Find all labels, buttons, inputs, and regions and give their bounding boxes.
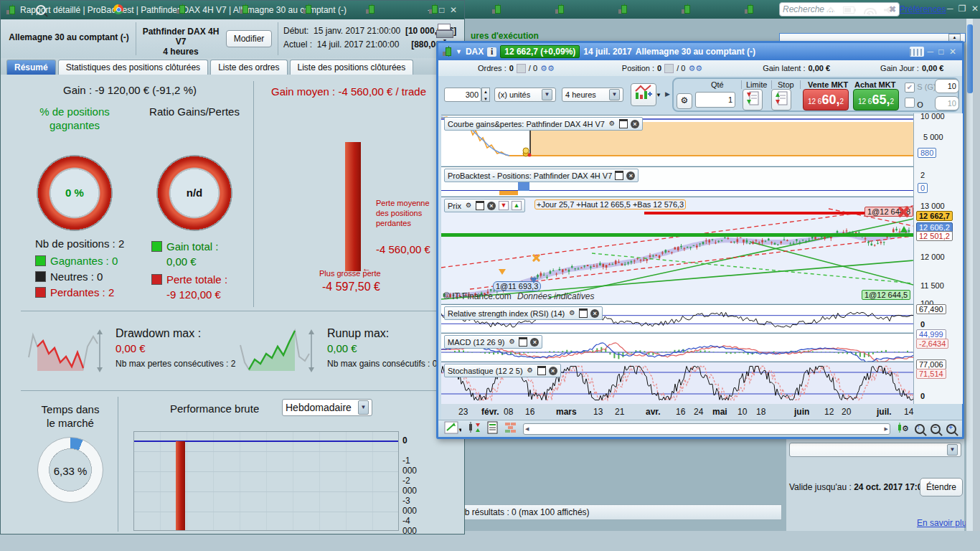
scroll-right-icon[interactable]: ▶ [885, 426, 888, 432]
sg-qty-input[interactable]: 10 [935, 79, 959, 93]
prix-panel-header[interactable]: Prix ⚙× ▼ ▲ [444, 199, 525, 212]
zoom-in-icon[interactable]: + [946, 424, 956, 434]
performance-bar [176, 441, 185, 530]
stop-order-button[interactable] [771, 89, 791, 110]
gain-jour-value: 0,00 € [922, 64, 944, 72]
draw-tool-icon[interactable]: ▼ [444, 421, 461, 436]
zoom-out-icon[interactable]: – [930, 424, 941, 434]
detach-window-icon[interactable] [519, 337, 527, 347]
wrench-icon[interactable]: ⚙ [567, 309, 576, 317]
gears-icon[interactable]: ⚙⚙ [688, 64, 702, 73]
entry-arrow-marker [530, 278, 537, 283]
nb-positions: Nb de positions : 2 [35, 237, 124, 250]
gears-icon[interactable]: ⚙⚙ [540, 64, 555, 73]
volume-bricks-icon[interactable] [504, 422, 517, 435]
wrench-icon[interactable]: ⚙ [464, 202, 473, 209]
modifier-button[interactable]: Modifier [226, 30, 272, 47]
keyboard-icon[interactable] [910, 47, 924, 57]
chevron-down-icon[interactable]: ▼ [456, 48, 462, 55]
detach-window-icon[interactable] [537, 366, 546, 375]
list-icon[interactable] [517, 64, 526, 73]
info-icon[interactable]: i [487, 47, 496, 57]
scroll-left-icon[interactable]: ◀ [525, 426, 529, 432]
legend-swatch [35, 255, 46, 266]
gain-moyen: Gain moyen : -4 560,00 € / trade [260, 85, 437, 98]
zoom-fit-icon[interactable]: ↕ [915, 424, 925, 434]
tab-0[interactable]: Résumé [6, 60, 56, 75]
settings-wrench-button[interactable]: ⚙ [677, 93, 692, 109]
close-icon[interactable]: × [549, 367, 557, 375]
close-icon[interactable]: × [590, 309, 599, 318]
detach-window-icon[interactable] [615, 171, 623, 180]
buy-order-line[interactable] [441, 233, 913, 237]
preferences-link[interactable]: Préférences [900, 4, 946, 14]
sg-checkbox[interactable]: ✔ S (G) [905, 82, 936, 93]
background-dropdown[interactable]: ▼ [789, 443, 961, 457]
search-clear-icon[interactable]: ✖ [889, 4, 896, 14]
wrench-icon[interactable]: ⚙ [507, 338, 516, 346]
wrench-icon[interactable]: ⚙ [526, 367, 534, 375]
tab-2[interactable]: Liste des ordres [210, 60, 287, 75]
tab-3[interactable]: Liste des positions clôturées [290, 60, 414, 75]
chevron-down-icon: ▼ [542, 89, 552, 100]
axis-label-tag-2: 880 [918, 148, 936, 158]
dax-window-controls[interactable]: ─ □ ✕ [928, 47, 958, 57]
buy-mkt-button[interactable]: 12 665,2 [853, 89, 899, 110]
report-titlebar[interactable]: Rapport détaillé | ProBacktest | Pathfin… [1, 1, 464, 19]
scrollbar-thumb[interactable] [967, 24, 973, 93]
order-candle-icon[interactable] [467, 421, 481, 436]
divider [21, 311, 446, 311]
horizontal-scrollbar[interactable]: ◀▶ [523, 423, 890, 435]
close-icon[interactable]: × [626, 171, 635, 180]
buy-arrow-button[interactable]: ▲ [512, 201, 522, 210]
wrench-icon[interactable]: ⚙ [608, 120, 616, 128]
stoch-panel: Stochastique (12 2 5) ⚙× [441, 362, 913, 404]
bars-count-input[interactable]: 300 [444, 88, 481, 102]
chart-type-button[interactable] [631, 83, 656, 106]
sell-mkt-button[interactable]: 12 660,2 [803, 89, 849, 110]
list-icon[interactable] [664, 64, 674, 73]
detach-window-icon[interactable] [476, 201, 484, 210]
axis-label-tag-12: 67,490 [916, 304, 946, 314]
news-list-icon[interactable] [487, 421, 499, 436]
close-icon[interactable]: × [487, 202, 496, 210]
close-icon[interactable]: × [631, 120, 639, 128]
candle-settings-icon[interactable]: ⚙ [896, 421, 909, 436]
gain-latent-value: 0,00 € [809, 64, 831, 72]
chevron-down-icon[interactable]: ▼ [656, 92, 661, 98]
learn-more-link[interactable]: En savoir plus [917, 518, 971, 528]
ordres-value: 0 [509, 64, 514, 72]
wifi-icon[interactable] [859, 0, 879, 20]
axis-label-1-1: 5 000 [923, 133, 943, 141]
collapse-arrow-icon[interactable]: ▶ [665, 90, 670, 98]
time-tick-mai: mai [712, 407, 727, 417]
close-icon[interactable]: × [530, 338, 539, 347]
print-icon[interactable]: ▼ [436, 24, 453, 43]
qty-input[interactable]: 1 [695, 92, 735, 108]
o-qty-input[interactable]: 10 [935, 96, 959, 110]
sell-arrow-button[interactable]: ▼ [499, 201, 509, 210]
units-select[interactable]: (x) unités▼ [494, 88, 556, 102]
stop-label: Stop [771, 80, 794, 89]
positions-panel-header[interactable]: ProBacktest - Positions: Pathfinder DAX … [444, 169, 639, 182]
results-text: Nb résultats : 0 (max 100 affichés) [458, 507, 590, 517]
search-input[interactable]: Recherche ... ✖ [779, 2, 900, 17]
detach-window-icon[interactable] [579, 309, 588, 318]
tab-1[interactable]: Statistiques des positions clôturées [58, 60, 208, 75]
rsi-panel-header[interactable]: Relative strength index (RSI) (14) ⚙× [444, 306, 603, 320]
perte-moyenne-value: -4 560,00 € [376, 243, 438, 255]
stoch-panel-header[interactable]: Stochastique (12 2 5) ⚙× [444, 364, 561, 377]
app-window-controls[interactable]: ─ ❐ ✕ [947, 4, 980, 14]
dax-titlebar[interactable]: ▼ DAX i 12 662,7 (+0,09%) 14 juil. 2017 … [438, 43, 962, 60]
macd-panel-header[interactable]: MACD (12 26 9) ⚙× [444, 335, 542, 349]
etendre-button[interactable]: Étendre [920, 478, 963, 496]
bars-stepper[interactable]: ▲▼ [481, 88, 490, 102]
o-checkbox[interactable]: O [905, 98, 923, 110]
perf-ytick-2: -2 000 [402, 476, 417, 496]
timeframe-select[interactable]: 4 heures▼ [562, 88, 623, 102]
performance-period-select[interactable]: Hebdomadaire ▼ [282, 399, 372, 416]
limite-order-button[interactable] [743, 89, 763, 110]
indicative-note: Données indicatives [517, 291, 594, 301]
detach-window-icon[interactable] [619, 119, 628, 128]
gains-panel-header[interactable]: Courbe gains&pertes: Pathfinder DAX 4H V… [444, 117, 643, 131]
